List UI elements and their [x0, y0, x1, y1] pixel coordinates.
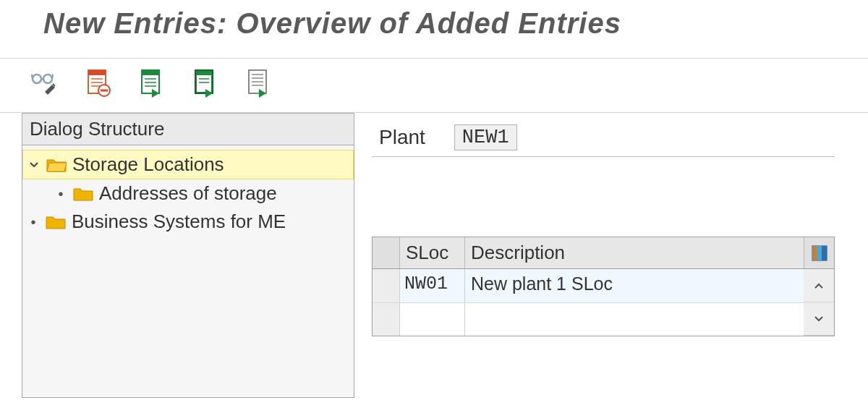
tree-node-business-systems[interactable]: • Business Systems for ME: [22, 208, 354, 236]
display-change-icon: [30, 70, 59, 96]
grid-header: SLoc Description: [373, 237, 834, 269]
expander-icon[interactable]: [27, 158, 41, 171]
tree-node-addresses[interactable]: • Addresses of storage: [22, 179, 354, 208]
detail-pane: Plant NEW1 SLoc Description: [372, 113, 868, 398]
scroll-up-button[interactable]: [804, 269, 834, 302]
plant-field-row: Plant NEW1: [372, 120, 835, 157]
svg-rect-25: [812, 246, 817, 260]
tree-node-storage-locations[interactable]: Storage Locations: [22, 150, 354, 179]
delete-row-button[interactable]: [82, 67, 114, 99]
table-row[interactable]: NW01 New plant 1 SLoc: [373, 269, 804, 302]
grid-header-description[interactable]: Description: [465, 237, 804, 268]
tree-label: Storage Locations: [72, 153, 224, 176]
select-all-icon: [139, 69, 165, 98]
toolbar: [0, 59, 868, 112]
display-change-button[interactable]: [29, 67, 61, 99]
svg-point-0: [33, 75, 41, 83]
tree-label: Business Systems for ME: [72, 211, 286, 233]
svg-rect-27: [822, 246, 827, 260]
bullet-icon: •: [54, 187, 67, 201]
svg-rect-26: [817, 246, 822, 260]
chevron-down-icon: [813, 313, 825, 325]
table-row[interactable]: [373, 302, 804, 336]
description-cell[interactable]: New plant 1 SLoc: [465, 269, 804, 302]
description-cell[interactable]: [465, 303, 804, 336]
scroll-down-button[interactable]: [804, 302, 834, 336]
configuration-icon: [246, 69, 272, 98]
delete-row-icon: [85, 69, 111, 98]
select-all-button[interactable]: [136, 67, 168, 99]
tree-label: Addresses of storage: [99, 182, 277, 205]
folder-open-icon: [46, 157, 67, 173]
grid-config-button[interactable]: [804, 237, 834, 268]
sloc-cell[interactable]: [400, 303, 465, 336]
vertical-scrollbar[interactable]: [804, 269, 834, 336]
main-layout: Dialog Structure Storage Locations •: [0, 113, 868, 398]
configuration-button[interactable]: [243, 67, 275, 99]
deselect-all-icon: [192, 69, 218, 98]
svg-rect-3: [88, 70, 106, 75]
plant-value[interactable]: NEW1: [454, 124, 517, 150]
row-selector[interactable]: [373, 303, 400, 336]
sloc-grid: SLoc Description NW01 New pl: [372, 237, 835, 336]
page-title: New Entries: Overview of Added Entries: [0, 0, 868, 58]
table-settings-icon: [811, 245, 828, 262]
row-selector[interactable]: [373, 269, 400, 302]
svg-rect-16: [197, 72, 211, 75]
deselect-all-button[interactable]: [190, 67, 221, 99]
folder-icon: [46, 214, 66, 230]
dialog-structure-pane: Dialog Structure Storage Locations •: [22, 113, 354, 398]
bullet-icon: •: [27, 215, 40, 229]
svg-rect-10: [142, 70, 159, 75]
folder-icon: [73, 186, 93, 202]
chevron-up-icon: [813, 280, 825, 292]
sloc-cell[interactable]: NW01: [400, 269, 465, 302]
svg-point-1: [43, 75, 52, 83]
plant-label: Plant: [379, 126, 425, 149]
dialog-structure-header: Dialog Structure: [22, 114, 354, 145]
grid-header-sloc[interactable]: SLoc: [400, 237, 465, 268]
tree: Storage Locations • Addresses of storage…: [22, 145, 354, 236]
grid-header-selector[interactable]: [373, 237, 400, 268]
grid-body: NW01 New plant 1 SLoc: [373, 269, 834, 336]
